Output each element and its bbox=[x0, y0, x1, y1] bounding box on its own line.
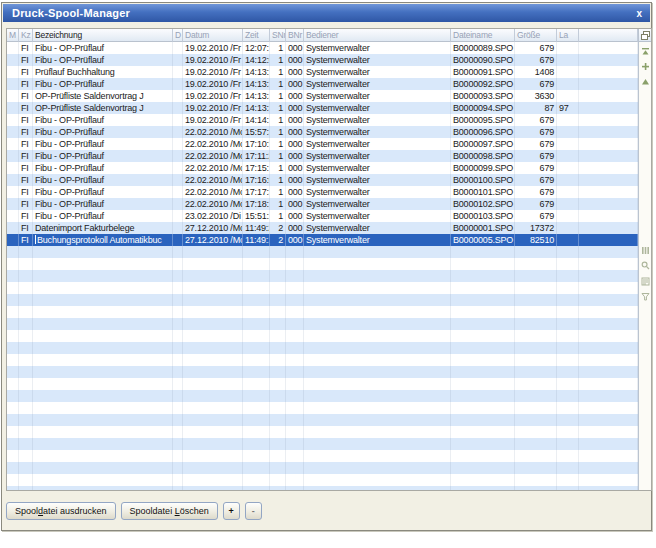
cell-datum bbox=[183, 306, 243, 318]
table-row[interactable]: FIFibu - OP-Prüflauf19.02.2010 /Fr14:14:… bbox=[7, 114, 638, 126]
plus-button[interactable]: + bbox=[223, 502, 240, 520]
cell-d bbox=[173, 270, 183, 282]
cell-la bbox=[557, 330, 579, 342]
table-row[interactable]: FIPrüflauf Buchhaltung19.02.2010 /Fr14:1… bbox=[7, 66, 638, 78]
table-row-empty bbox=[7, 486, 638, 490]
table-row[interactable]: FIFibu - OP-Prüflauf23.02.2010 /Di15:51:… bbox=[7, 210, 638, 222]
cell-datum: 19.02.2010 /Fr bbox=[183, 102, 243, 114]
cell-extra bbox=[579, 342, 638, 354]
cell-bed bbox=[304, 366, 451, 378]
cell-m bbox=[7, 138, 19, 150]
column-chooser-button[interactable] bbox=[639, 29, 651, 42]
cell-bez bbox=[33, 414, 173, 426]
table-row[interactable]: FIDatenimport Fakturbelege27.12.2010 /Mo… bbox=[7, 222, 638, 234]
table-row-empty bbox=[7, 474, 638, 486]
column-header-extra[interactable] bbox=[579, 29, 638, 42]
column-header-la[interactable]: La bbox=[557, 29, 579, 42]
table-row[interactable]: FIFibu - OP-Prüflauf22.02.2010 /Mo15:57:… bbox=[7, 126, 638, 138]
cell-groesse bbox=[515, 306, 557, 318]
cell-kz: FI bbox=[19, 66, 33, 78]
cell-bez bbox=[33, 354, 173, 366]
table-row-empty bbox=[7, 390, 638, 402]
cell-extra bbox=[579, 102, 638, 114]
add-row-button[interactable] bbox=[641, 57, 650, 66]
table-row[interactable]: FIFibu - OP-Prüflauf22.02.2010 /Mo17:17:… bbox=[7, 186, 638, 198]
cell-bed bbox=[304, 354, 451, 366]
cell-bez: Fibu - OP-Prüflauf bbox=[33, 138, 173, 150]
cell-groesse bbox=[515, 462, 557, 474]
cell-kz: FI bbox=[19, 138, 33, 150]
cell-datum bbox=[183, 414, 243, 426]
delete-spool-button[interactable]: Spooldatei Löschen bbox=[121, 502, 218, 520]
cell-bez: Buchungsprotokoll Automatikbuc bbox=[33, 234, 173, 246]
column-header-zeit[interactable]: Zeit bbox=[243, 29, 270, 42]
table-row[interactable]: FIFibu - OP-Prüflauf22.02.2010 /Mo17:11:… bbox=[7, 150, 638, 162]
cell-d bbox=[173, 234, 183, 246]
minus-button[interactable]: - bbox=[245, 502, 262, 520]
cell-bed: Systemverwalter bbox=[304, 78, 451, 90]
cell-m bbox=[7, 150, 19, 162]
table-row[interactable]: FIFibu - OP-Prüflauf19.02.2010 /Fr12:07:… bbox=[7, 42, 638, 54]
cell-snr: 1 bbox=[270, 174, 286, 186]
table-row-empty bbox=[7, 318, 638, 330]
cell-snr: 1 bbox=[270, 42, 286, 54]
column-header-groesse[interactable]: Größe bbox=[515, 29, 557, 42]
search-button[interactable] bbox=[641, 256, 650, 265]
cell-bnr: 000 bbox=[286, 198, 304, 210]
table-row[interactable]: FIOP-Prüfliste Saldenvortrag J19.02.2010… bbox=[7, 90, 638, 102]
cell-la bbox=[557, 270, 579, 282]
column-header-bed[interactable]: Bediener bbox=[304, 29, 451, 42]
filter-button[interactable] bbox=[641, 287, 650, 296]
cell-d bbox=[173, 474, 183, 486]
cell-bnr bbox=[286, 246, 304, 258]
column-header-datei[interactable]: Dateiname bbox=[451, 29, 515, 42]
cell-datum: 22.02.2010 /Mo bbox=[183, 150, 243, 162]
column-header-d[interactable]: D bbox=[173, 29, 183, 42]
table-row[interactable]: FIFibu - OP-Prüflauf22.02.2010 /Mo17:15:… bbox=[7, 162, 638, 174]
cell-kz bbox=[19, 354, 33, 366]
column-header-datum[interactable]: Datum bbox=[183, 29, 243, 42]
table-row[interactable]: FIFibu - OP-Prüflauf22.02.2010 /Mo17:18:… bbox=[7, 198, 638, 210]
cell-bnr bbox=[286, 438, 304, 450]
cell-extra bbox=[579, 282, 638, 294]
cell-datum bbox=[183, 426, 243, 438]
cell-snr bbox=[270, 330, 286, 342]
columns-button[interactable] bbox=[641, 241, 650, 250]
cell-datei bbox=[451, 246, 515, 258]
cell-kz: FI bbox=[19, 174, 33, 186]
cell-datum: 22.02.2010 /Mo bbox=[183, 174, 243, 186]
cell-kz: FI bbox=[19, 162, 33, 174]
cell-zeit bbox=[243, 378, 270, 390]
column-header-bez[interactable]: Bezeichnung bbox=[33, 29, 173, 42]
table-row[interactable]: FIFibu - OP-Prüflauf22.02.2010 /Mo17:10:… bbox=[7, 138, 638, 150]
scroll-top-button[interactable] bbox=[641, 42, 650, 51]
table-row[interactable]: FIBuchungsprotokoll Automatikbuc27.12.20… bbox=[7, 234, 638, 246]
cell-la bbox=[557, 222, 579, 234]
cell-m bbox=[7, 354, 19, 366]
pages-button[interactable] bbox=[641, 272, 650, 281]
cell-m bbox=[7, 474, 19, 486]
column-header-snr[interactable]: SNr bbox=[270, 29, 286, 42]
title-bar[interactable]: Druck-Spool-Manager x bbox=[3, 4, 650, 22]
cell-d bbox=[173, 102, 183, 114]
close-button[interactable]: x bbox=[636, 4, 642, 22]
window-title: Druck-Spool-Manager bbox=[3, 7, 130, 19]
cell-zeit bbox=[243, 342, 270, 354]
cell-datei: B0000096.SPO bbox=[451, 126, 515, 138]
column-header-bnr[interactable]: BNr bbox=[286, 29, 304, 42]
cell-bnr: 000 bbox=[286, 150, 304, 162]
column-header-m[interactable]: M bbox=[7, 29, 19, 42]
print-spool-button[interactable]: Spooldatei ausdrucken bbox=[6, 502, 116, 520]
table-row[interactable]: FIFibu - OP-Prüflauf19.02.2010 /Fr14:13:… bbox=[7, 78, 638, 90]
cell-zeit: 17:10:5 bbox=[243, 138, 270, 150]
cell-bnr bbox=[286, 426, 304, 438]
table-row[interactable]: FIOP-Prüfliste Saldenvortrag J19.02.2010… bbox=[7, 102, 638, 114]
cell-kz bbox=[19, 462, 33, 474]
search-icon bbox=[641, 261, 650, 270]
cell-bez: Fibu - OP-Prüflauf bbox=[33, 198, 173, 210]
table-row[interactable]: FIFibu - OP-Prüflauf19.02.2010 /Fr14:12:… bbox=[7, 54, 638, 66]
table-row[interactable]: FIFibu - OP-Prüflauf22.02.2010 /Mo17:16:… bbox=[7, 174, 638, 186]
scroll-up-button[interactable] bbox=[641, 72, 650, 81]
column-header-kz[interactable]: Kz bbox=[19, 29, 33, 42]
cell-datum: 27.12.2010 /Mo bbox=[183, 222, 243, 234]
